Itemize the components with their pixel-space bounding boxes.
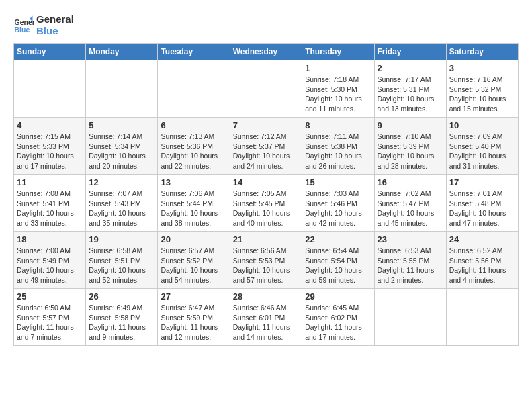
calendar-cell: 4Sunrise: 7:15 AM Sunset: 5:33 PM Daylig…	[14, 118, 86, 175]
day-info: Sunrise: 7:12 AM Sunset: 5:37 PM Dayligh…	[233, 132, 300, 171]
calendar-cell: 23Sunrise: 6:53 AM Sunset: 5:55 PM Dayli…	[374, 232, 446, 289]
weekday-header-sunday: Sunday	[14, 44, 86, 60]
day-info: Sunrise: 7:00 AM Sunset: 5:49 PM Dayligh…	[17, 246, 83, 285]
logo-icon: General Blue	[13, 15, 34, 35]
day-info: Sunrise: 6:50 AM Sunset: 5:57 PM Dayligh…	[17, 303, 83, 342]
weekday-header-monday: Monday	[86, 44, 158, 60]
weekday-header-row: SundayMondayTuesdayWednesdayThursdayFrid…	[14, 44, 519, 60]
week-row-4: 18Sunrise: 7:00 AM Sunset: 5:49 PM Dayli…	[14, 232, 519, 289]
logo-general: General	[36, 13, 74, 25]
day-number: 16	[378, 177, 443, 187]
day-info: Sunrise: 7:10 AM Sunset: 5:39 PM Dayligh…	[378, 132, 443, 171]
calendar-cell: 12Sunrise: 7:07 AM Sunset: 5:43 PM Dayli…	[86, 175, 158, 232]
day-number: 27	[161, 291, 226, 302]
day-number: 28	[233, 291, 300, 302]
day-number: 21	[233, 234, 300, 244]
calendar-cell: 29Sunrise: 6:45 AM Sunset: 6:02 PM Dayli…	[302, 289, 374, 346]
svg-text:Blue: Blue	[15, 26, 30, 34]
weekday-header-friday: Friday	[374, 44, 446, 60]
day-number: 19	[89, 234, 154, 244]
calendar-cell: 8Sunrise: 7:11 AM Sunset: 5:38 PM Daylig…	[302, 118, 374, 175]
calendar-cell: 18Sunrise: 7:00 AM Sunset: 5:49 PM Dayli…	[14, 232, 86, 289]
day-number: 29	[305, 291, 371, 302]
day-info: Sunrise: 7:11 AM Sunset: 5:38 PM Dayligh…	[305, 132, 371, 171]
day-info: Sunrise: 7:02 AM Sunset: 5:47 PM Dayligh…	[378, 189, 443, 228]
calendar-cell: 11Sunrise: 7:08 AM Sunset: 5:41 PM Dayli…	[14, 175, 86, 232]
day-number: 13	[161, 177, 226, 187]
page-header: General Blue General Blue	[13, 13, 519, 36]
calendar-cell: 2Sunrise: 7:17 AM Sunset: 5:31 PM Daylig…	[374, 60, 446, 118]
day-info: Sunrise: 7:16 AM Sunset: 5:32 PM Dayligh…	[449, 75, 515, 114]
calendar-table: SundayMondayTuesdayWednesdayThursdayFrid…	[13, 43, 519, 346]
day-number: 17	[449, 177, 515, 187]
calendar-cell	[86, 60, 158, 118]
weekday-header-tuesday: Tuesday	[158, 44, 230, 60]
day-info: Sunrise: 6:49 AM Sunset: 5:58 PM Dayligh…	[89, 303, 154, 342]
day-number: 14	[233, 177, 300, 187]
day-number: 10	[449, 120, 515, 130]
day-info: Sunrise: 6:54 AM Sunset: 5:54 PM Dayligh…	[305, 246, 371, 285]
day-number: 23	[378, 234, 443, 244]
day-number: 12	[89, 177, 154, 187]
logo-blue: Blue	[36, 25, 74, 36]
day-info: Sunrise: 7:17 AM Sunset: 5:31 PM Dayligh…	[378, 75, 443, 114]
day-number: 22	[305, 234, 371, 244]
day-info: Sunrise: 6:45 AM Sunset: 6:02 PM Dayligh…	[305, 303, 371, 342]
day-number: 24	[449, 234, 515, 244]
day-info: Sunrise: 7:18 AM Sunset: 5:30 PM Dayligh…	[305, 75, 371, 114]
day-info: Sunrise: 7:03 AM Sunset: 5:46 PM Dayligh…	[305, 189, 371, 228]
calendar-cell: 22Sunrise: 6:54 AM Sunset: 5:54 PM Dayli…	[302, 232, 374, 289]
day-number: 4	[17, 120, 83, 130]
day-info: Sunrise: 6:52 AM Sunset: 5:56 PM Dayligh…	[449, 246, 515, 285]
calendar-cell: 5Sunrise: 7:14 AM Sunset: 5:34 PM Daylig…	[86, 118, 158, 175]
day-number: 9	[378, 120, 443, 130]
week-row-2: 4Sunrise: 7:15 AM Sunset: 5:33 PM Daylig…	[14, 118, 519, 175]
day-number: 2	[378, 63, 443, 73]
calendar-cell	[446, 289, 518, 346]
calendar-cell	[158, 60, 230, 118]
day-number: 7	[233, 120, 300, 130]
day-info: Sunrise: 7:08 AM Sunset: 5:41 PM Dayligh…	[17, 189, 83, 228]
calendar-cell: 1Sunrise: 7:18 AM Sunset: 5:30 PM Daylig…	[302, 60, 374, 118]
day-number: 5	[89, 120, 154, 130]
calendar-cell: 14Sunrise: 7:05 AM Sunset: 5:45 PM Dayli…	[230, 175, 302, 232]
week-row-3: 11Sunrise: 7:08 AM Sunset: 5:41 PM Dayli…	[14, 175, 519, 232]
day-info: Sunrise: 7:14 AM Sunset: 5:34 PM Dayligh…	[89, 132, 154, 171]
day-number: 18	[17, 234, 83, 244]
day-info: Sunrise: 7:06 AM Sunset: 5:44 PM Dayligh…	[161, 189, 226, 228]
day-number: 3	[449, 63, 515, 73]
calendar-cell: 24Sunrise: 6:52 AM Sunset: 5:56 PM Dayli…	[446, 232, 518, 289]
calendar-cell: 15Sunrise: 7:03 AM Sunset: 5:46 PM Dayli…	[302, 175, 374, 232]
day-info: Sunrise: 6:58 AM Sunset: 5:51 PM Dayligh…	[89, 246, 154, 285]
day-number: 8	[305, 120, 371, 130]
calendar-cell: 3Sunrise: 7:16 AM Sunset: 5:32 PM Daylig…	[446, 60, 518, 118]
weekday-header-saturday: Saturday	[446, 44, 518, 60]
calendar-cell: 9Sunrise: 7:10 AM Sunset: 5:39 PM Daylig…	[374, 118, 446, 175]
day-info: Sunrise: 7:01 AM Sunset: 5:48 PM Dayligh…	[449, 189, 515, 228]
day-number: 15	[305, 177, 371, 187]
day-info: Sunrise: 7:13 AM Sunset: 5:36 PM Dayligh…	[161, 132, 226, 171]
calendar-cell: 27Sunrise: 6:47 AM Sunset: 5:59 PM Dayli…	[158, 289, 230, 346]
day-number: 6	[161, 120, 226, 130]
calendar-cell: 26Sunrise: 6:49 AM Sunset: 5:58 PM Dayli…	[86, 289, 158, 346]
day-info: Sunrise: 6:53 AM Sunset: 5:55 PM Dayligh…	[378, 246, 443, 285]
calendar-cell: 19Sunrise: 6:58 AM Sunset: 5:51 PM Dayli…	[86, 232, 158, 289]
day-number: 26	[89, 291, 154, 302]
calendar-cell: 10Sunrise: 7:09 AM Sunset: 5:40 PM Dayli…	[446, 118, 518, 175]
logo: General Blue General Blue	[13, 13, 74, 36]
calendar-cell: 6Sunrise: 7:13 AM Sunset: 5:36 PM Daylig…	[158, 118, 230, 175]
day-info: Sunrise: 6:46 AM Sunset: 6:01 PM Dayligh…	[233, 303, 300, 342]
calendar-cell	[230, 60, 302, 118]
calendar-cell: 7Sunrise: 7:12 AM Sunset: 5:37 PM Daylig…	[230, 118, 302, 175]
calendar-cell	[374, 289, 446, 346]
calendar-cell: 28Sunrise: 6:46 AM Sunset: 6:01 PM Dayli…	[230, 289, 302, 346]
week-row-1: 1Sunrise: 7:18 AM Sunset: 5:30 PM Daylig…	[14, 60, 519, 118]
week-row-5: 25Sunrise: 6:50 AM Sunset: 5:57 PM Dayli…	[14, 289, 519, 346]
calendar-cell: 17Sunrise: 7:01 AM Sunset: 5:48 PM Dayli…	[446, 175, 518, 232]
calendar-cell: 13Sunrise: 7:06 AM Sunset: 5:44 PM Dayli…	[158, 175, 230, 232]
weekday-header-thursday: Thursday	[302, 44, 374, 60]
calendar-cell	[14, 60, 86, 118]
calendar-cell: 16Sunrise: 7:02 AM Sunset: 5:47 PM Dayli…	[374, 175, 446, 232]
day-info: Sunrise: 7:05 AM Sunset: 5:45 PM Dayligh…	[233, 189, 300, 228]
calendar-cell: 25Sunrise: 6:50 AM Sunset: 5:57 PM Dayli…	[14, 289, 86, 346]
